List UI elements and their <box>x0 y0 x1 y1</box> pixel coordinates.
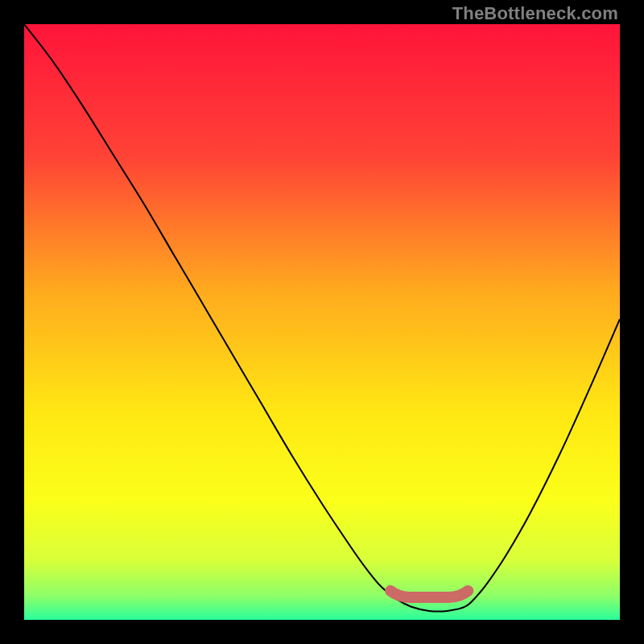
plot-area <box>24 24 620 620</box>
background-gradient <box>24 24 620 620</box>
outer-black-frame: TheBottleneck.com <box>0 0 644 644</box>
watermark-text: TheBottleneck.com <box>452 3 618 24</box>
svg-rect-0 <box>24 24 620 620</box>
